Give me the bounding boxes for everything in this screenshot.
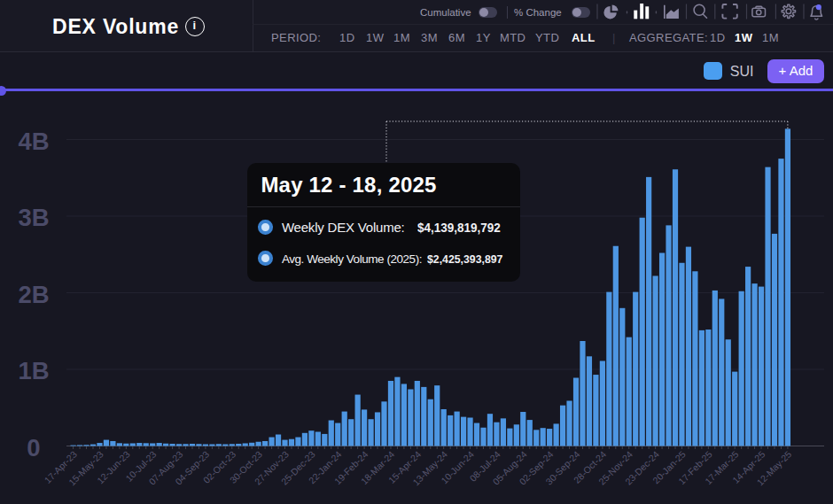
svg-text:2B: 2B	[18, 281, 49, 308]
svg-text:4B: 4B	[18, 128, 49, 155]
svg-text:0: 0	[27, 434, 40, 461]
svg-text:1B: 1B	[18, 357, 49, 384]
svg-text:3B: 3B	[18, 204, 49, 231]
